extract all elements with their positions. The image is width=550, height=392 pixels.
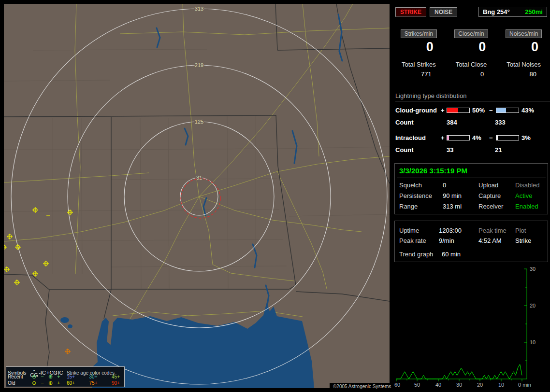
receiver-status: Enabled [515,203,546,210]
squelch-value: 0 [443,182,478,189]
total-strikes-value: 771 [392,70,445,78]
trend-line [396,364,522,379]
cloud-ground-label: Cloud-ground [395,107,441,114]
pos-ic-icon: + [55,374,63,379]
graph-axes [396,269,527,381]
uptime-value: 1203:00 [439,227,478,234]
copyright-text: ©2005 Astrogenic Systems [330,383,394,390]
svg-text:0 min: 0 min [518,382,531,388]
cg-minus-count: 333 [495,119,550,126]
distribution-title: Lightning type distribution [395,92,550,101]
strikes-counter: Strikes/min 0 Total Strikes 771 [392,29,445,78]
ic-plus-bar [447,135,470,140]
strikes-per-min-value: 0 [392,40,445,55]
stats-row: Uptime 1203:00 Peak time Plot [397,227,546,234]
upload-label: Upload [478,182,515,189]
range-value: 313 mi [443,203,478,210]
cloud-ground-counts: Count 384 333 [395,119,550,126]
ic-minus-count: 21 [495,146,550,154]
trend-row: Trend graph 60 min [397,251,546,258]
intracloud-counts: Count 33 21 [395,146,550,154]
noise-mode-button[interactable]: NOISE [430,7,457,17]
svg-text:30: 30 [456,382,462,388]
minus-sign: − [489,107,496,114]
count-label: Count [395,119,447,126]
minus-sign: − [489,134,496,141]
count-label: Count [395,146,447,154]
svg-text:20: 20 [530,303,536,308]
receiver-label: Receiver [478,203,515,210]
trend-graph-label: Trend graph [399,251,442,258]
age-30: 30+ [89,374,98,380]
age-15: 15+ [67,374,75,380]
cg-minus-bar [496,108,519,113]
age-90: 90+ [112,380,120,386]
strike-mode-button[interactable]: STRIKE [395,7,426,17]
trend-graph-value: 60 min [442,251,546,258]
plot-value: Strike [515,237,546,244]
age-45: 45+ [112,374,120,380]
capture-status: Active [515,192,546,199]
age-60: 60+ [67,380,75,386]
svg-text:40: 40 [435,382,441,388]
age-75: 75+ [89,380,98,386]
persistence-value: 90 min [443,192,478,199]
cg-plus-pct: 50% [470,107,489,114]
intracloud-row: Intracloud + 4% − 3% [395,134,550,141]
lightning-detector-app: { "map": { "center": {"x": 404, "y": 399… [0,0,550,392]
range-ring-label: 313 [195,6,203,12]
pos-ic-icon: + [55,380,63,386]
total-noises-label: Total Noises [497,61,550,68]
mode-toolbar: STRIKE NOISE Bng 254° 250mi [395,7,547,17]
map-legend: Symbols -CG -IC +CG +IC Strike age color… [6,366,125,387]
total-strikes-label: Total Strikes [392,61,445,68]
svg-text:60: 60 [394,382,400,388]
range-ring-label: 125 [195,119,203,125]
peak-rate-value: 9/min [439,237,478,244]
capture-label: Capture [478,192,515,199]
plot-header: Plot [515,227,546,234]
total-close-label: Total Close [445,61,498,68]
persistence-label: Persistence [399,192,443,199]
map-area: 31321912531 Symbols -CG -IC +CG +IC Stri… [4,4,390,388]
recent-label: Recent [8,374,30,380]
strikes-per-min-label: Strikes/min [401,29,437,38]
ic-plus-count: 33 [447,146,495,154]
noises-per-min-value: 0 [497,40,550,55]
rate-counters: Strikes/min 0 Total Strikes 771 Close/mi… [392,29,550,78]
total-noises-value: 80 [497,70,550,78]
close-counter: Close/min 0 Total Close 0 [445,29,498,78]
svg-text:10: 10 [498,382,504,388]
noises-counter: Noises/min 0 Total Noises 80 [497,29,550,78]
cg-plus-bar [447,108,470,113]
uptime-label: Uptime [399,227,439,234]
svg-text:50: 50 [414,382,420,388]
svg-text:30: 30 [530,266,536,272]
stats-row: Peak rate 9/min 4:52 AM Strike [397,237,546,244]
range-label: Range [399,203,443,210]
bearing-value: Bng 254° [483,8,510,15]
datetime-display: 3/3/2026 3:15:19 PM [397,166,546,178]
intracloud-label: Intracloud [395,134,441,141]
legend-old-row: Old ⊖ − ⊕ + 60+ 75+ 90+ [8,380,123,386]
stats-box: Uptime 1203:00 Peak time Plot Peak rate … [394,221,548,262]
cg-minus-pct: 43% [519,107,550,114]
bearing-readout: Bng 254° 250mi [478,7,547,17]
plus-sign: + [441,107,447,114]
total-close-value: 0 [445,70,498,78]
neg-cg-icon: ⊖ [30,374,38,379]
range-ring-label: 219 [195,62,203,68]
svg-text:10: 10 [530,339,536,345]
status-panel: STRIKE NOISE Bng 254° 250mi Strikes/min … [392,0,550,392]
pos-cg-icon: ⊕ [46,374,55,379]
legend-recent-row: Recent ⊖ − ⊕ + 15+ 30+ 45+ [8,374,123,380]
cg-plus-count: 384 [447,119,495,126]
lightning-map[interactable]: 31321912531 [4,4,390,388]
close-per-min-value: 0 [445,40,498,55]
close-per-min-label: Close/min [454,29,488,38]
neg-ic-icon: − [38,380,46,386]
status-box: 3/3/2026 3:15:19 PM Squelch 0 Upload Dis… [394,163,548,214]
pos-cg-icon: ⊕ [46,380,55,386]
peak-time-header: Peak time [478,227,515,234]
neg-ic-icon: − [38,374,46,379]
